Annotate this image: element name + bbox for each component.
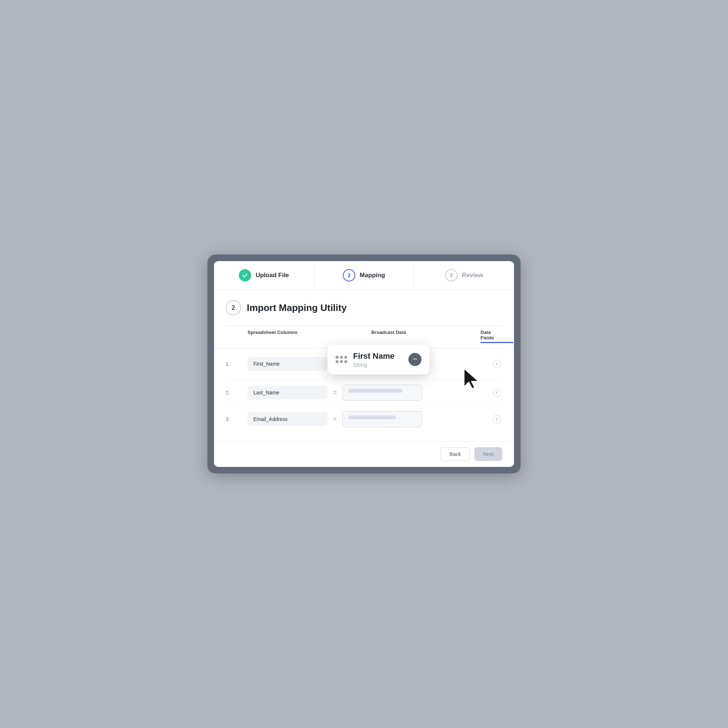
step-bar: Upload File 2 Mapping 3 Review <box>214 261 514 290</box>
data-fields-underline <box>480 342 513 343</box>
row-2-equals: = <box>327 389 342 396</box>
row-1-source: First_Name <box>248 357 327 371</box>
row-1-info: i <box>422 360 502 368</box>
tooltip-title: First Name <box>353 351 402 361</box>
data-fields-col-header: Data Fields <box>480 330 502 343</box>
row-3-info: i <box>422 415 502 423</box>
modal: Upload File 2 Mapping 3 Review 2 Import … <box>214 261 514 467</box>
step-mapping-label: Mapping <box>359 272 385 279</box>
row-2-info: i <box>422 389 502 397</box>
info-icon-3: i <box>493 415 501 423</box>
num-header <box>226 330 248 343</box>
broadcast-col-header: Broadcast Data <box>371 330 480 343</box>
tooltip-text: First Name String <box>353 351 402 368</box>
table-row: 3. Email_Address = i <box>226 406 502 432</box>
info-icon-2: i <box>493 389 501 397</box>
outer-frame: Upload File 2 Mapping 3 Review 2 Import … <box>208 254 520 474</box>
content-area: 2 Import Mapping Utility Spreadsheet Col… <box>214 290 514 441</box>
step-review-label: Review <box>462 272 483 279</box>
step-upload-label: Upload File <box>255 272 289 279</box>
step-mapping-icon: 2 <box>343 269 355 282</box>
table-row: 1. First_Name = i First Name <box>226 348 502 380</box>
check-icon <box>239 269 251 282</box>
step-mapping[interactable]: 2 Mapping <box>314 261 414 290</box>
drag-handle-icon <box>336 356 347 363</box>
row-3-num: 3. <box>226 416 248 422</box>
tooltip-card: First Name String − <box>327 345 430 374</box>
row-1-num: 1. <box>226 361 248 367</box>
step-upload[interactable]: Upload File <box>214 261 314 290</box>
footer: Back Next <box>214 441 514 467</box>
next-button[interactable]: Next <box>474 447 502 461</box>
mapping-table: Spreadsheet Columns Broadcast Data Data … <box>226 326 502 432</box>
row-3-source: Email_Address <box>248 412 327 426</box>
row-2-target[interactable] <box>342 385 422 401</box>
row-3-target[interactable] <box>342 411 422 427</box>
row-3-equals: = <box>327 415 342 423</box>
step-review[interactable]: 3 Review <box>414 261 514 290</box>
back-button[interactable]: Back <box>440 447 470 461</box>
row-2-source: Last_Name <box>248 386 327 400</box>
spreadsheet-col-header: Spreadsheet Columns <box>248 330 357 343</box>
row-2-num: 2. <box>226 390 248 395</box>
page-step-badge: 2 <box>226 300 241 316</box>
info-icon-1: i <box>493 360 501 368</box>
page-title: Import Mapping Utility <box>247 302 347 314</box>
table-row: 2. Last_Name = i <box>226 380 502 406</box>
remove-button[interactable]: − <box>408 353 422 366</box>
page-heading: 2 Import Mapping Utility <box>226 300 502 316</box>
step-review-icon: 3 <box>445 269 457 282</box>
tooltip-subtitle: String <box>353 362 402 368</box>
equals-header <box>357 330 371 343</box>
